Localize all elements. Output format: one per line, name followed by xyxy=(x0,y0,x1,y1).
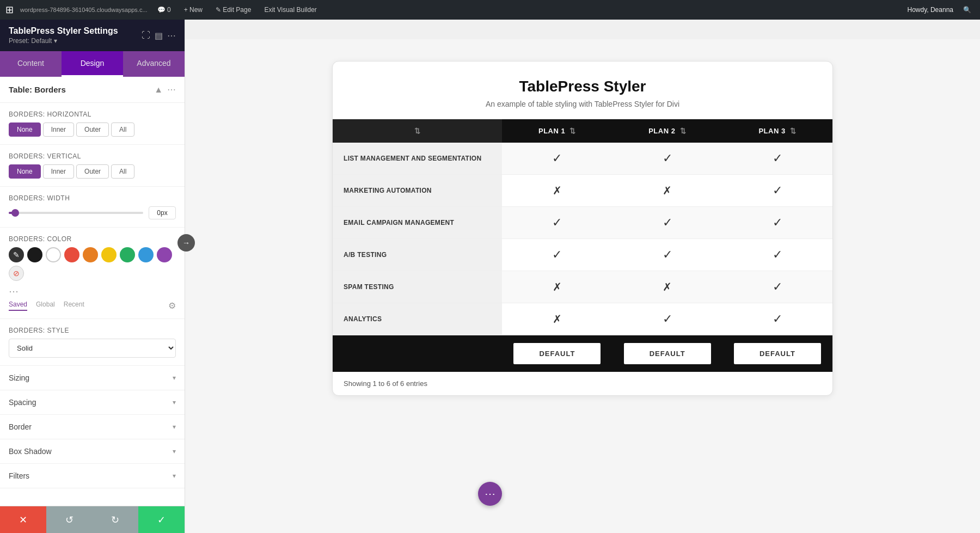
cell-plan1: ✓ xyxy=(502,207,612,239)
color-swatch-red[interactable] xyxy=(64,247,79,262)
cell-feature: SPAM TESTING xyxy=(333,271,502,303)
collapsible-spacing[interactable]: Spacing ▾ xyxy=(0,390,185,415)
border-v-none[interactable]: None xyxy=(9,164,41,179)
cell-plan3: ✓ xyxy=(722,239,832,271)
collapse-sidebar-button[interactable]: → xyxy=(177,234,195,252)
cancel-button[interactable]: ✕ xyxy=(0,506,46,533)
collapsible-border[interactable]: Border ▾ xyxy=(0,415,185,439)
collapse-icon[interactable]: ▲ xyxy=(154,85,163,95)
more-options-icon[interactable]: ⋯ xyxy=(167,30,176,41)
table-row: ANALYTICS✗✓✓ xyxy=(333,303,832,335)
table-head: ⇅ PLAN 1 ⇅ PLAN 2 ⇅ PLAN 3 ⇅ xyxy=(333,119,832,143)
border-v-outer[interactable]: Outer xyxy=(76,164,109,179)
wp-logo-icon: ⊞ xyxy=(5,4,14,16)
sort-icon[interactable]: ⇅ xyxy=(680,127,687,135)
more-swatches-icon[interactable]: ⋯ xyxy=(9,285,176,297)
cell-feature: EMAIL CAMPAIGN MANAGEMENT xyxy=(333,207,502,239)
chevron-down-icon: ▾ xyxy=(173,472,176,480)
cell-plan3: ✓ xyxy=(722,207,832,239)
section-more-icon[interactable]: ⋯ xyxy=(167,84,176,95)
eyedropper-swatch[interactable]: ✎ xyxy=(9,247,24,262)
default-btn-1[interactable]: DEFAULT xyxy=(513,343,601,364)
borders-width-thumb[interactable] xyxy=(11,209,19,217)
chevron-down-icon: ▾ xyxy=(173,399,176,406)
save-button[interactable]: ✓ xyxy=(138,506,185,533)
borders-color-group: Borders: Color ✎ ⊘ ⋯ Saved Global Recent xyxy=(0,228,185,319)
borders-horizontal-options: None Inner Outer All xyxy=(9,122,176,137)
color-swatch-green[interactable] xyxy=(120,247,135,262)
color-swatches: ✎ ⊘ xyxy=(9,247,176,281)
table-row: SPAM TESTING✗✗✓ xyxy=(333,271,832,303)
color-swatch-orange[interactable] xyxy=(83,247,98,262)
table-row: EMAIL CAMPAIGN MANAGEMENT✓✓✓ xyxy=(333,207,832,239)
color-tab-global[interactable]: Global xyxy=(36,301,55,311)
borders-width-input[interactable]: 0px xyxy=(149,206,176,219)
th-plan1: PLAN 1 ⇅ xyxy=(502,119,612,143)
color-swatch-purple[interactable] xyxy=(157,247,172,262)
sort-icon[interactable]: ⇅ xyxy=(569,127,576,135)
color-swatch-white[interactable] xyxy=(46,247,61,262)
search-icon[interactable]: 🔍 xyxy=(960,6,975,14)
border-v-inner[interactable]: Inner xyxy=(43,164,74,179)
check-icon: ✓ xyxy=(773,280,782,293)
fullscreen-icon[interactable]: ⛶ xyxy=(142,30,150,40)
sidebar-preset[interactable]: Preset: Default ▾ xyxy=(9,37,118,45)
table-subtitle: An example of table styling with TablePr… xyxy=(344,100,822,108)
borders-width-group: Borders: Width 0px xyxy=(0,187,185,228)
collapsible-box-shadow-label: Box Shadow xyxy=(9,447,52,456)
sidebar-body: Table: Borders ▲ ⋯ Borders: Horizontal N… xyxy=(0,77,185,506)
floating-more-button[interactable]: ⋯ xyxy=(478,482,502,506)
tab-content[interactable]: Content xyxy=(0,51,62,77)
color-settings-icon[interactable]: ⚙ xyxy=(168,301,176,311)
sidebar-bottom: ✕ ↺ ↻ ✓ xyxy=(0,506,185,533)
undo-button[interactable]: ↺ xyxy=(46,506,93,533)
comments-icon[interactable]: 💬 0 xyxy=(154,6,174,14)
check-icon: ✓ xyxy=(773,216,782,229)
color-swatch-eraser[interactable]: ⊘ xyxy=(9,266,24,281)
collapsible-box-shadow[interactable]: Box Shadow ▾ xyxy=(0,439,185,464)
redo-button[interactable]: ↻ xyxy=(93,506,139,533)
default-btn-2[interactable]: DEFAULT xyxy=(624,343,711,364)
chevron-down-icon: ▾ xyxy=(173,423,176,431)
layout-icon[interactable]: ▤ xyxy=(155,30,163,41)
borders-style-select[interactable]: Solid Dashed Dotted Double None xyxy=(9,339,176,358)
color-tab-saved[interactable]: Saved xyxy=(9,301,27,311)
sort-icon[interactable]: ⇅ xyxy=(790,127,797,135)
new-button[interactable]: + New xyxy=(181,6,206,14)
border-v-all[interactable]: All xyxy=(111,164,134,179)
cell-plan1: ✗ xyxy=(502,303,612,335)
color-tab-recent[interactable]: Recent xyxy=(64,301,84,311)
sort-icon[interactable]: ⇅ xyxy=(414,127,421,135)
plan1-label: PLAN 1 xyxy=(538,127,565,135)
border-h-all[interactable]: All xyxy=(111,122,134,137)
edit-page-button[interactable]: ✎ Edit Page xyxy=(212,6,254,14)
color-swatch-black[interactable] xyxy=(27,247,42,262)
tab-design[interactable]: Design xyxy=(62,51,123,77)
topbar-url: wordpress-784896-3610405.cloudwaysapps.c… xyxy=(20,7,148,13)
plan3-label: PLAN 3 xyxy=(758,127,785,135)
exit-builder-button[interactable]: Exit Visual Builder xyxy=(261,6,320,14)
table-foot: DEFAULT DEFAULT DEFAULT xyxy=(333,335,832,372)
collapsible-filters[interactable]: Filters ▾ xyxy=(0,464,185,488)
borders-horizontal-group: Borders: Horizontal None Inner Outer All xyxy=(0,103,185,145)
color-swatch-blue[interactable] xyxy=(138,247,154,262)
collapsible-sizing[interactable]: Sizing ▾ xyxy=(0,366,185,390)
collapsible-spacing-label: Spacing xyxy=(9,398,36,407)
border-h-inner[interactable]: Inner xyxy=(43,122,74,137)
chevron-down-icon: ▾ xyxy=(173,448,176,455)
border-h-outer[interactable]: Outer xyxy=(76,122,109,137)
color-swatch-yellow[interactable] xyxy=(101,247,117,262)
default-btn-3[interactable]: DEFAULT xyxy=(734,343,821,364)
table-row: MARKETING AUTOMATION✗✗✓ xyxy=(333,175,832,207)
section-header: Table: Borders ▲ ⋯ xyxy=(0,77,185,103)
borders-horizontal-label: Borders: Horizontal xyxy=(9,111,176,118)
user-greeting: Howdy, Deanna xyxy=(908,6,954,14)
tab-advanced[interactable]: Advanced xyxy=(123,51,185,77)
cell-plan2: ✗ xyxy=(612,175,722,207)
cell-feature: LIST MANAGEMENT AND SEGMENTATION xyxy=(333,143,502,175)
cross-icon: ✗ xyxy=(553,313,562,325)
borders-vertical-group: Borders: Vertical None Inner Outer All xyxy=(0,145,185,187)
borders-width-track[interactable] xyxy=(9,212,143,214)
sidebar-tabs: Content Design Advanced xyxy=(0,51,185,77)
border-h-none[interactable]: None xyxy=(9,122,41,137)
